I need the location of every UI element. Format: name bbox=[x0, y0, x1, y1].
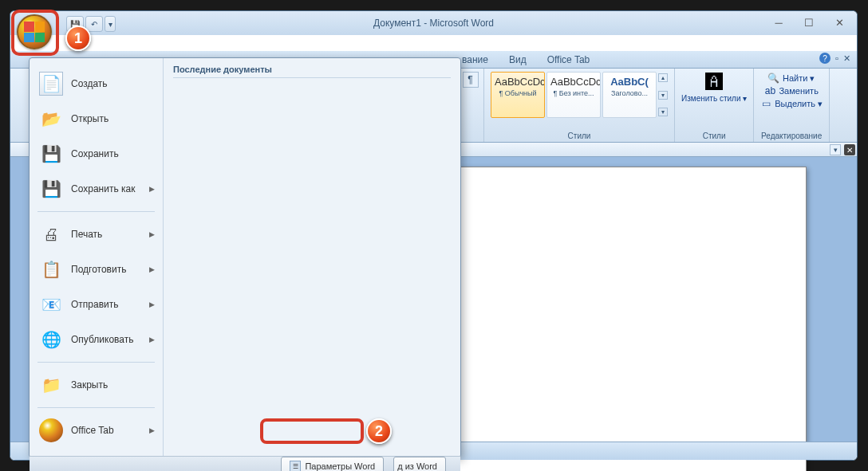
menu-save-as[interactable]: 💾Сохранить как▶ bbox=[34, 171, 158, 206]
printer-icon: 🖨 bbox=[39, 222, 63, 246]
cursor-icon: ▭ bbox=[760, 98, 771, 109]
menu-close[interactable]: 📁Закрыть bbox=[34, 367, 158, 402]
close-button[interactable]: ✕ bbox=[825, 13, 854, 32]
minimize-button[interactable]: ─ bbox=[764, 13, 793, 32]
floppy-icon: 💾 bbox=[39, 142, 63, 166]
office-menu-commands: 📄Создать 📂Открыть 💾Сохранить 💾Сохранить … bbox=[30, 58, 164, 456]
style-no-spacing[interactable]: AaBbCcDc ¶ Без инте... bbox=[546, 72, 601, 118]
close-folder-icon: 📁 bbox=[39, 373, 63, 397]
styles-more-icon[interactable]: ▾ bbox=[658, 108, 668, 116]
find-button[interactable]: 🔍Найти ▾ bbox=[768, 73, 815, 84]
chevron-right-icon: ▶ bbox=[149, 336, 155, 343]
styles-group-label2: Стили bbox=[703, 131, 726, 140]
editing-group-label: Редактирование bbox=[761, 131, 822, 140]
qat-customize-icon[interactable]: ▾ bbox=[105, 16, 116, 32]
recent-documents-header: Последние документы bbox=[173, 65, 451, 78]
help-icon[interactable]: ? bbox=[819, 53, 831, 64]
window-title: Документ1 - Microsoft Word bbox=[373, 18, 494, 29]
send-icon: 📧 bbox=[39, 292, 63, 316]
menu-publish[interactable]: 🌐Опубликовать▶ bbox=[34, 322, 158, 357]
chevron-right-icon: ▶ bbox=[149, 426, 155, 434]
menu-prepare[interactable]: 📋Подготовить▶ bbox=[34, 252, 158, 287]
minimize-ribbon-icon[interactable]: ▫ bbox=[835, 53, 838, 63]
chevron-right-icon: ▶ bbox=[149, 265, 155, 273]
menu-save[interactable]: 💾Сохранить bbox=[34, 136, 158, 171]
menu-send[interactable]: 📧Отправить▶ bbox=[34, 287, 158, 322]
annotation-badge-2: 2 bbox=[366, 418, 392, 444]
style-heading[interactable]: AaBbC( Заголово... bbox=[602, 72, 657, 118]
replace-icon: ab bbox=[764, 85, 775, 96]
paragraph-mark-button[interactable]: ¶ bbox=[463, 72, 479, 88]
exit-word-button[interactable]: д из Word bbox=[393, 457, 446, 471]
publish-icon: 🌐 bbox=[39, 328, 63, 351]
styles-down-icon[interactable]: ▾ bbox=[658, 91, 668, 100]
titlebar: 💾 ↶ ▾ Документ1 - Microsoft Word ─ ☐ ✕ bbox=[10, 11, 857, 35]
word-options-button[interactable]: ☰ Параметры Word bbox=[281, 457, 384, 471]
ruler-chevron-icon[interactable]: ▾ bbox=[830, 144, 841, 155]
recent-documents-panel: Последние документы bbox=[164, 58, 460, 456]
tab-office-tab[interactable]: Office Tab bbox=[542, 52, 595, 68]
replace-button[interactable]: abЗаменить bbox=[764, 85, 818, 96]
tab-close-icon[interactable]: ✕ bbox=[844, 144, 855, 155]
close-doc-icon[interactable]: ✕ bbox=[843, 53, 850, 64]
menu-open[interactable]: 📂Открыть bbox=[34, 101, 158, 136]
chevron-right-icon: ▶ bbox=[149, 300, 155, 308]
options-icon: ☰ bbox=[290, 461, 301, 471]
change-styles-button[interactable]: 🅰 Изменить стили ▾ bbox=[681, 72, 747, 103]
binoculars-icon: 🔍 bbox=[768, 73, 779, 84]
office-button[interactable] bbox=[17, 14, 52, 49]
chevron-right-icon: ▶ bbox=[149, 185, 155, 193]
prepare-icon: 📋 bbox=[39, 257, 63, 281]
tab-view[interactable]: Вид bbox=[504, 52, 531, 68]
styles-up-icon[interactable]: ▴ bbox=[658, 73, 668, 82]
select-button[interactable]: ▭Выделить ▾ bbox=[760, 98, 823, 109]
folder-open-icon: 📂 bbox=[39, 107, 63, 131]
chevron-right-icon: ▶ bbox=[149, 230, 155, 238]
office-tab-icon bbox=[39, 418, 63, 442]
annotation-badge-1: 1 bbox=[65, 26, 91, 51]
floppy-arrow-icon: 💾 bbox=[39, 177, 63, 201]
app-window: 💾 ↶ ▾ Документ1 - Microsoft Word ─ ☐ ✕ в… bbox=[10, 10, 858, 461]
styles-group-label: Стили bbox=[568, 131, 591, 140]
office-menu: 📄Создать 📂Открыть 💾Сохранить 💾Сохранить … bbox=[29, 57, 461, 458]
tab-partial[interactable]: вание bbox=[457, 52, 493, 68]
menu-new[interactable]: 📄Создать bbox=[34, 66, 158, 101]
maximize-button[interactable]: ☐ bbox=[795, 13, 823, 32]
new-doc-icon: 📄 bbox=[39, 72, 63, 96]
style-normal[interactable]: AaBbCcDc ¶ Обычный bbox=[491, 72, 545, 118]
menu-print[interactable]: 🖨Печать▶ bbox=[34, 217, 158, 252]
menu-office-tab[interactable]: Office Tab▶ bbox=[34, 413, 158, 448]
